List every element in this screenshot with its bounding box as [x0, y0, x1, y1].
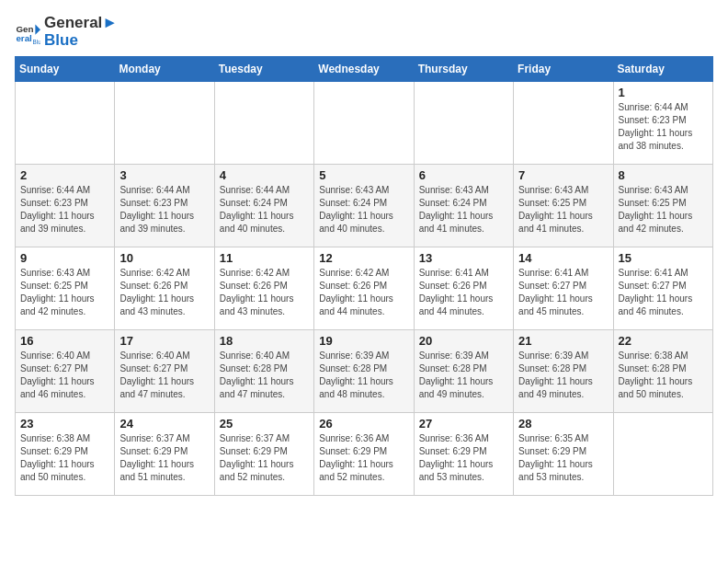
- calendar-cell: 17Sunrise: 6:40 AM Sunset: 6:27 PM Dayli…: [115, 330, 214, 413]
- day-info: Sunrise: 6:43 AM Sunset: 6:25 PM Dayligh…: [518, 184, 608, 236]
- calendar-cell: 16Sunrise: 6:40 AM Sunset: 6:27 PM Dayli…: [16, 330, 115, 413]
- calendar-cell: [115, 82, 214, 165]
- calendar-cell: 13Sunrise: 6:41 AM Sunset: 6:26 PM Dayli…: [414, 247, 513, 330]
- calendar-cell: 21Sunrise: 6:39 AM Sunset: 6:28 PM Dayli…: [514, 330, 613, 413]
- day-info: Sunrise: 6:36 AM Sunset: 6:29 PM Dayligh…: [319, 432, 408, 484]
- day-number: 20: [419, 334, 508, 348]
- day-number: 13: [419, 251, 508, 265]
- header-sunday: Sunday: [16, 57, 115, 82]
- calendar-cell: 7Sunrise: 6:43 AM Sunset: 6:25 PM Daylig…: [514, 165, 613, 247]
- calendar-cell: 27Sunrise: 6:36 AM Sunset: 6:29 PM Dayli…: [414, 413, 513, 496]
- calendar-cell: [314, 82, 414, 165]
- day-info: Sunrise: 6:41 AM Sunset: 6:27 PM Dayligh…: [518, 267, 608, 318]
- calendar-cell: 12Sunrise: 6:42 AM Sunset: 6:26 PM Dayli…: [314, 247, 414, 330]
- week-row-5: 23Sunrise: 6:38 AM Sunset: 6:29 PM Dayli…: [16, 413, 713, 496]
- calendar-cell: 3Sunrise: 6:44 AM Sunset: 6:23 PM Daylig…: [115, 165, 214, 247]
- calendar-cell: 11Sunrise: 6:42 AM Sunset: 6:26 PM Dayli…: [214, 247, 313, 330]
- day-number: 21: [518, 334, 608, 348]
- calendar-cell: 9Sunrise: 6:43 AM Sunset: 6:25 PM Daylig…: [16, 247, 115, 330]
- logo-blue-text: Blue: [44, 32, 118, 50]
- calendar-cell: 14Sunrise: 6:41 AM Sunset: 6:27 PM Dayli…: [514, 247, 613, 330]
- logo-icon: Gen eral Blue: [15, 19, 40, 45]
- header-monday: Monday: [115, 57, 214, 82]
- day-info: Sunrise: 6:40 AM Sunset: 6:27 PM Dayligh…: [119, 350, 209, 401]
- day-info: Sunrise: 6:39 AM Sunset: 6:28 PM Dayligh…: [518, 350, 608, 401]
- calendar-cell: [514, 82, 613, 165]
- logo-general-text: General►: [44, 15, 118, 32]
- day-info: Sunrise: 6:43 AM Sunset: 6:25 PM Dayligh…: [619, 184, 708, 236]
- calendar-cell: 5Sunrise: 6:43 AM Sunset: 6:24 PM Daylig…: [314, 165, 414, 247]
- svg-marker-2: [35, 24, 40, 34]
- day-number: 5: [319, 168, 408, 182]
- calendar-cell: 26Sunrise: 6:36 AM Sunset: 6:29 PM Dayli…: [314, 413, 414, 496]
- day-info: Sunrise: 6:44 AM Sunset: 6:23 PM Dayligh…: [619, 101, 708, 153]
- week-row-4: 16Sunrise: 6:40 AM Sunset: 6:27 PM Dayli…: [16, 330, 713, 413]
- day-number: 4: [220, 168, 309, 182]
- svg-text:eral: eral: [16, 32, 32, 42]
- day-number: 8: [619, 168, 708, 182]
- week-row-3: 9Sunrise: 6:43 AM Sunset: 6:25 PM Daylig…: [16, 247, 713, 330]
- day-info: Sunrise: 6:43 AM Sunset: 6:25 PM Dayligh…: [20, 267, 109, 318]
- day-info: Sunrise: 6:43 AM Sunset: 6:24 PM Dayligh…: [419, 184, 508, 236]
- day-number: 22: [619, 334, 708, 348]
- day-number: 27: [419, 417, 508, 431]
- calendar-cell: 23Sunrise: 6:38 AM Sunset: 6:29 PM Dayli…: [16, 413, 115, 496]
- logo: Gen eral Blue General► Blue: [15, 15, 118, 49]
- day-info: Sunrise: 6:43 AM Sunset: 6:24 PM Dayligh…: [319, 184, 408, 236]
- calendar-cell: 15Sunrise: 6:41 AM Sunset: 6:27 PM Dayli…: [613, 247, 712, 330]
- header-saturday: Saturday: [613, 57, 712, 82]
- calendar-header-row: SundayMondayTuesdayWednesdayThursdayFrid…: [16, 57, 713, 82]
- day-number: 18: [220, 334, 309, 348]
- day-info: Sunrise: 6:36 AM Sunset: 6:29 PM Dayligh…: [419, 432, 508, 484]
- calendar-cell: 18Sunrise: 6:40 AM Sunset: 6:28 PM Dayli…: [214, 330, 313, 413]
- day-number: 1: [619, 86, 708, 99]
- day-number: 15: [619, 251, 708, 265]
- calendar-cell: 19Sunrise: 6:39 AM Sunset: 6:28 PM Dayli…: [314, 330, 414, 413]
- calendar-cell: 6Sunrise: 6:43 AM Sunset: 6:24 PM Daylig…: [414, 165, 513, 247]
- day-number: 10: [119, 251, 209, 265]
- day-number: 28: [518, 417, 608, 431]
- day-info: Sunrise: 6:38 AM Sunset: 6:29 PM Dayligh…: [20, 432, 109, 484]
- day-number: 19: [319, 334, 408, 348]
- day-number: 2: [20, 168, 109, 182]
- week-row-2: 2Sunrise: 6:44 AM Sunset: 6:23 PM Daylig…: [16, 165, 713, 247]
- day-info: Sunrise: 6:40 AM Sunset: 6:27 PM Dayligh…: [20, 350, 109, 401]
- day-info: Sunrise: 6:42 AM Sunset: 6:26 PM Dayligh…: [220, 267, 309, 318]
- day-info: Sunrise: 6:40 AM Sunset: 6:28 PM Dayligh…: [220, 350, 309, 401]
- day-info: Sunrise: 6:38 AM Sunset: 6:28 PM Dayligh…: [619, 350, 708, 401]
- day-info: Sunrise: 6:39 AM Sunset: 6:28 PM Dayligh…: [319, 350, 408, 401]
- day-number: 12: [319, 251, 408, 265]
- day-info: Sunrise: 6:41 AM Sunset: 6:26 PM Dayligh…: [419, 267, 508, 318]
- day-info: Sunrise: 6:42 AM Sunset: 6:26 PM Dayligh…: [319, 267, 408, 318]
- svg-text:Blue: Blue: [33, 38, 40, 44]
- day-info: Sunrise: 6:37 AM Sunset: 6:29 PM Dayligh…: [220, 432, 309, 484]
- calendar-cell: [214, 82, 313, 165]
- day-info: Sunrise: 6:37 AM Sunset: 6:29 PM Dayligh…: [119, 432, 209, 484]
- calendar-cell: 1Sunrise: 6:44 AM Sunset: 6:23 PM Daylig…: [613, 82, 712, 165]
- calendar-cell: [613, 413, 712, 496]
- header-friday: Friday: [514, 57, 613, 82]
- day-info: Sunrise: 6:39 AM Sunset: 6:28 PM Dayligh…: [419, 350, 508, 401]
- calendar-cell: 22Sunrise: 6:38 AM Sunset: 6:28 PM Dayli…: [613, 330, 712, 413]
- calendar-cell: 28Sunrise: 6:35 AM Sunset: 6:29 PM Dayli…: [514, 413, 613, 496]
- header-thursday: Thursday: [414, 57, 513, 82]
- day-number: 7: [518, 168, 608, 182]
- day-number: 9: [20, 251, 109, 265]
- day-info: Sunrise: 6:41 AM Sunset: 6:27 PM Dayligh…: [619, 267, 708, 318]
- day-number: 25: [220, 417, 309, 431]
- day-number: 23: [20, 417, 109, 431]
- header-wednesday: Wednesday: [314, 57, 414, 82]
- day-number: 11: [220, 251, 309, 265]
- calendar-cell: [414, 82, 513, 165]
- calendar-cell: 20Sunrise: 6:39 AM Sunset: 6:28 PM Dayli…: [414, 330, 513, 413]
- day-info: Sunrise: 6:44 AM Sunset: 6:23 PM Dayligh…: [119, 184, 209, 236]
- calendar-cell: 4Sunrise: 6:44 AM Sunset: 6:24 PM Daylig…: [214, 165, 313, 247]
- day-number: 3: [119, 168, 209, 182]
- day-info: Sunrise: 6:44 AM Sunset: 6:23 PM Dayligh…: [20, 184, 109, 236]
- calendar-cell: 10Sunrise: 6:42 AM Sunset: 6:26 PM Dayli…: [115, 247, 214, 330]
- day-number: 17: [119, 334, 209, 348]
- day-number: 16: [20, 334, 109, 348]
- calendar-cell: 8Sunrise: 6:43 AM Sunset: 6:25 PM Daylig…: [613, 165, 712, 247]
- week-row-1: 1Sunrise: 6:44 AM Sunset: 6:23 PM Daylig…: [16, 82, 713, 165]
- day-number: 26: [319, 417, 408, 431]
